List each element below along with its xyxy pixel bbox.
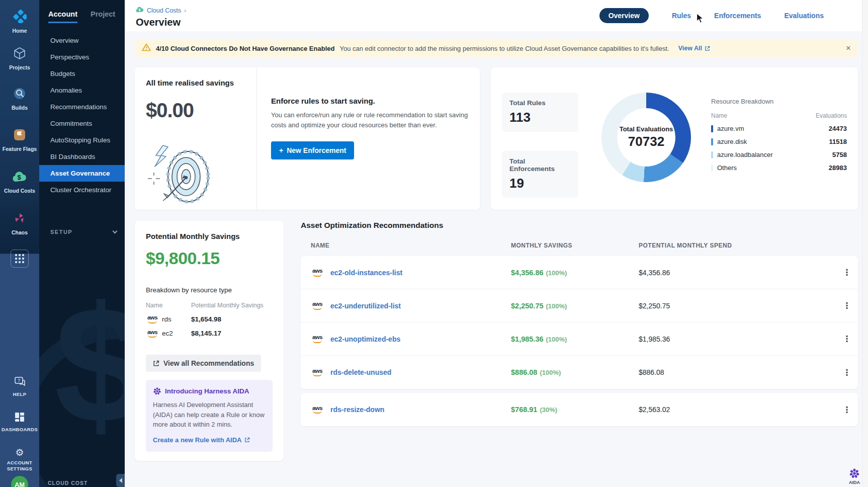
legend-name: azure.vm — [717, 125, 744, 132]
sidebar-item-overview[interactable]: Overview — [39, 32, 125, 49]
sidebar-item-asset-governance[interactable]: Asset Governance — [39, 165, 125, 182]
recommendation-link[interactable]: ec2-unoptimized-ebs — [330, 335, 400, 343]
cloud-costs-sidebar: Account Project OverviewPerspectivesBudg… — [39, 0, 125, 487]
recommendation-link[interactable]: rds-resize-down — [330, 405, 384, 414]
sidebar-menu: OverviewPerspectivesBudgetsAnomaliesReco… — [39, 32, 125, 198]
sidebar-item-home[interactable]: Home — [0, 3, 39, 40]
help-button[interactable]: ? HELP — [0, 376, 39, 397]
tab-project[interactable]: Project — [91, 10, 115, 23]
aida-create-rule-link[interactable]: Create a new Rule with AIDA — [153, 436, 266, 444]
aws-icon: aws — [146, 330, 159, 338]
table-row: aws rds-resize-down $768.91(30%) $2,563.… — [301, 393, 858, 426]
row-menu-button[interactable]: ⋮ — [836, 367, 858, 378]
realised-savings-title: All time realised savings — [146, 78, 245, 87]
tab-rules[interactable]: Rules — [672, 12, 691, 20]
setup-section-toggle[interactable]: SETUP — [50, 229, 117, 235]
sidebar-item-chaos[interactable]: Chaos — [0, 205, 39, 242]
module-picker-button[interactable] — [11, 250, 29, 268]
scrollbar[interactable] — [862, 0, 868, 487]
total-rules-value: 113 — [509, 110, 571, 125]
new-enforcement-button[interactable]: + New Enforcement — [271, 141, 354, 159]
realised-savings-card: All time realised savings $0.00 — [135, 67, 480, 210]
aida-title: Introducing Harness AIDA — [165, 387, 249, 395]
legend-row: azure.disk 11518 — [711, 138, 847, 145]
plus-icon: + — [279, 146, 283, 154]
recommendation-link[interactable]: ec2-underutilized-list — [330, 302, 401, 310]
breakdown-row: awsec2 $8,145.17 — [146, 330, 273, 338]
legend-swatch — [711, 138, 713, 145]
legend-col-evaluations: Evaluations — [816, 112, 847, 119]
svg-text:$: $ — [17, 174, 21, 181]
sidebar-brand: CLOUD COST Management — [48, 480, 109, 487]
legend-row: azure.loadbalancer 5758 — [711, 151, 847, 158]
brand-small: CLOUD COST — [48, 480, 109, 486]
collapse-left-icon — [119, 478, 122, 483]
cta-description: You can enforce/run any rule or rule rec… — [271, 110, 470, 130]
legend-title: Resource Breakdown — [711, 98, 847, 105]
gear-icon: ⚙ — [15, 447, 24, 458]
monthly-savings-value: $768.91(30%) — [511, 405, 639, 414]
sidebar-item-anomalies[interactable]: Anomalies — [39, 82, 125, 99]
sidebar-item-commitments[interactable]: Commitments — [39, 115, 125, 132]
banner-view-all-link[interactable]: View All — [678, 45, 710, 52]
sidebar-item-cloud-costs[interactable]: $ Cloud Costs — [0, 164, 39, 201]
aws-icon: aws — [311, 268, 324, 277]
new-enforcement-label: New Enforcement — [287, 146, 346, 154]
breadcrumb-link[interactable]: Cloud Costs — [147, 7, 181, 14]
legend-value: 28983 — [829, 164, 847, 172]
page-header: $ Cloud Costs › Overview Overview Rules … — [125, 0, 868, 31]
aida-fab-label: AIDA — [849, 480, 860, 485]
sidebar-item-builds[interactable]: Builds — [0, 80, 39, 118]
avatar[interactable]: AM — [11, 476, 28, 487]
tab-evaluations[interactable]: Evaluations — [784, 12, 824, 20]
module-label: Chaos — [12, 229, 28, 235]
aws-icon: aws — [311, 301, 324, 310]
sidebar-item-perspectives[interactable]: Perspectives — [39, 49, 125, 65]
recommendation-link[interactable]: ec2-old-instances-list — [330, 269, 402, 277]
row-menu-button[interactable]: ⋮ — [836, 334, 858, 344]
sidebar-item-projects[interactable]: Projects — [0, 40, 39, 77]
tab-enforcements[interactable]: Enforcements — [714, 12, 761, 20]
scope-tabs: Account Project — [39, 0, 125, 23]
sidebar-item-cluster-orchestrator[interactable]: Cluster Orchestrator — [39, 182, 125, 198]
aida-fab-button[interactable]: AIDA — [849, 468, 860, 485]
row-menu-button[interactable]: ⋮ — [836, 300, 858, 311]
banner-title: 4/10 Cloud Connectors Do Not Have Govern… — [156, 45, 334, 52]
legend-row: azure.vm 24473 — [711, 125, 847, 132]
view-all-recommendations-button[interactable]: View all Recommendations — [146, 355, 261, 372]
potential-spend-value: $1,985.36 — [639, 335, 836, 343]
potential-spend-value: $2,250.75 — [639, 302, 836, 310]
account-settings-button[interactable]: ⚙ ACCOUNT SETTINGS — [0, 447, 39, 472]
banner-description: You can edit connector to add the missin… — [339, 45, 669, 52]
potential-savings-title: Potential Monthly Savings — [146, 232, 273, 240]
sidebar-item-budgets[interactable]: Budgets — [39, 65, 125, 82]
recommendations-table-last-row: aws rds-resize-down $768.91(30%) $2,563.… — [301, 393, 858, 426]
aws-icon: aws — [146, 315, 159, 323]
svg-text:$: $ — [139, 8, 141, 12]
potential-spend-value: $2,563.02 — [639, 405, 836, 414]
sidebar-item-feature-flags[interactable]: Feature Flags — [0, 122, 39, 159]
legend-rows: azure.vm 24473 azure.disk 11518 azure.lo… — [711, 125, 847, 172]
tab-account[interactable]: Account — [48, 10, 77, 23]
recommendation-link[interactable]: rds-delete-unused — [330, 368, 391, 376]
sidebar-item-bi-dashboards[interactable]: BI Dashboards — [39, 148, 125, 165]
summary-row: All time realised savings $0.00 — [135, 67, 858, 210]
asset-optimization-section: Asset Optimization Recommendations NAME … — [301, 221, 858, 426]
recommendations-row: Potential Monthly Savings $9,800.15 Brea… — [135, 221, 858, 461]
sidebar-item-recommendations[interactable]: Recommendations — [39, 99, 125, 115]
recommendations-table-header: NAME MONTHLY SAVINGS POTENTIAL MONTHLY S… — [301, 242, 858, 249]
row-menu-button[interactable]: ⋮ — [836, 267, 858, 278]
module-label: Projects — [9, 64, 30, 70]
potential-savings-amount: $9,800.15 — [146, 249, 273, 268]
resource-savings: $1,654.98 — [191, 315, 221, 323]
tab-overview[interactable]: Overview — [599, 8, 649, 23]
close-icon[interactable]: × — [846, 43, 851, 53]
aida-icon — [153, 387, 161, 395]
view-all-label: View All — [678, 45, 702, 52]
dashboards-button[interactable]: DASHBOARDS — [0, 412, 39, 433]
table-row: aws ec2-old-instances-list $4,356.86(100… — [301, 256, 858, 289]
col-monthly-savings: MONTHLY SAVINGS — [511, 242, 639, 249]
row-menu-button[interactable]: ⋮ — [836, 404, 858, 415]
sidebar-item-autostopping-rules[interactable]: AutoStopping Rules — [39, 132, 125, 148]
sidebar-collapse-button[interactable] — [116, 474, 125, 487]
